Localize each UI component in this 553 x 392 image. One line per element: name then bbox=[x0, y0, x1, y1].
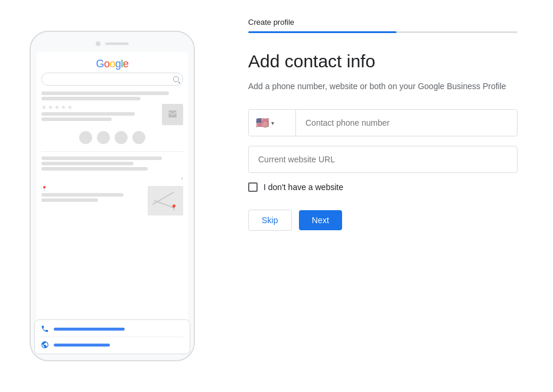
checkbox-row: I don't have a website bbox=[248, 182, 518, 192]
phone-input[interactable] bbox=[296, 110, 517, 136]
page-title: Add contact info bbox=[248, 51, 518, 72]
store-info: ★ ★ ★ ★ ★ bbox=[41, 104, 158, 121]
search-bar-mock bbox=[41, 73, 183, 86]
search-icon bbox=[173, 76, 179, 82]
skip-button[interactable]: Skip bbox=[248, 210, 292, 231]
web-line-blue bbox=[54, 344, 110, 347]
map-section: 📍 📍 bbox=[41, 186, 183, 215]
right-panel: Create profile Add contact info Add a ph… bbox=[225, 0, 553, 392]
buttons-row: Skip Next bbox=[248, 210, 518, 231]
action-icon bbox=[97, 131, 110, 144]
content-line bbox=[41, 167, 148, 171]
content-line bbox=[41, 162, 134, 165]
no-website-label[interactable]: I don't have a website bbox=[264, 182, 343, 192]
map-thumbnail: 📍 bbox=[148, 186, 183, 215]
stars-row: ★ ★ ★ ★ ★ bbox=[41, 104, 158, 110]
divider bbox=[41, 151, 183, 152]
chevron-down-icon: ▾ bbox=[271, 120, 274, 126]
content-line bbox=[41, 92, 169, 95]
star: ★ bbox=[61, 104, 66, 110]
phone-mockup-panel: Google ★ ★ ★ ★ ★ bbox=[0, 0, 225, 392]
no-website-checkbox[interactable] bbox=[248, 182, 258, 192]
phone-notch bbox=[37, 41, 188, 46]
country-selector[interactable]: 🇺🇸 ▾ bbox=[249, 110, 296, 136]
content-line bbox=[41, 156, 162, 160]
web-icon bbox=[41, 341, 49, 349]
phone-camera bbox=[96, 41, 100, 46]
content-lines-1 bbox=[41, 92, 183, 100]
url-input[interactable] bbox=[249, 146, 517, 172]
arrow-right: › bbox=[41, 174, 183, 182]
map-info: 📍 bbox=[41, 186, 144, 202]
store-icon bbox=[162, 104, 183, 125]
content-line bbox=[41, 198, 98, 202]
progress-label: Create profile bbox=[248, 18, 518, 27]
google-logo-area: Google bbox=[41, 58, 183, 86]
phone-input-group[interactable]: 🇺🇸 ▾ bbox=[248, 109, 518, 136]
phone-bottom-card bbox=[34, 319, 190, 354]
phone-screen: Google ★ ★ ★ ★ ★ bbox=[37, 52, 188, 354]
action-icons-row bbox=[41, 131, 183, 144]
action-icon bbox=[115, 131, 128, 144]
progress-bar-fill bbox=[248, 31, 396, 33]
content-line bbox=[41, 193, 123, 197]
star: ★ bbox=[41, 104, 47, 110]
phone-icon bbox=[41, 325, 49, 333]
content-lines-2 bbox=[41, 156, 183, 171]
content-line bbox=[41, 112, 135, 116]
progress-bar-track bbox=[248, 31, 518, 33]
content-line bbox=[41, 97, 141, 100]
phone-line-blue bbox=[54, 328, 125, 331]
flag-icon: 🇺🇸 bbox=[256, 116, 269, 129]
progress-section: Create profile bbox=[248, 18, 518, 33]
store-section: ★ ★ ★ ★ ★ bbox=[41, 104, 183, 125]
phone-device: Google ★ ★ ★ ★ ★ bbox=[30, 31, 195, 361]
map-pin: 📍 bbox=[170, 204, 177, 211]
card-row-web bbox=[41, 341, 184, 349]
store-svg bbox=[167, 109, 178, 120]
form-description: Add a phone number, website or both on y… bbox=[248, 80, 518, 93]
star: ★ bbox=[67, 104, 73, 110]
google-logo: Google bbox=[96, 58, 128, 70]
star: ★ bbox=[48, 104, 53, 110]
phone-speaker bbox=[105, 43, 129, 45]
url-input-wrapper[interactable] bbox=[248, 146, 518, 173]
next-button[interactable]: Next bbox=[299, 210, 342, 230]
action-icon bbox=[132, 131, 145, 144]
content-line bbox=[41, 117, 112, 121]
card-row-phone bbox=[41, 325, 184, 333]
location-icon: 📍 bbox=[41, 186, 144, 191]
card-divider bbox=[41, 337, 184, 337]
star: ★ bbox=[54, 104, 60, 110]
action-icon bbox=[79, 131, 92, 144]
